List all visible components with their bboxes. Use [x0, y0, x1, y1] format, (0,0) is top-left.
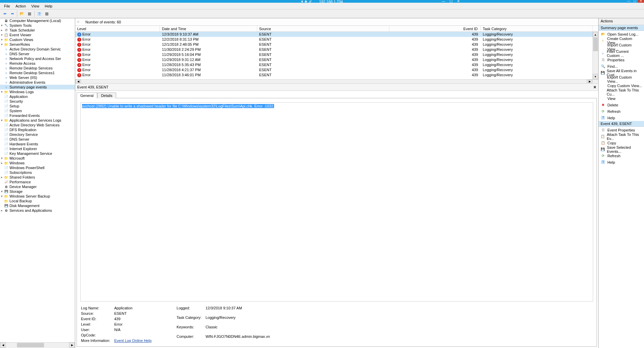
- tree-item[interactable]: Web Server (IIS): [0, 75, 75, 80]
- scroll-up-arrow-icon[interactable]: ▲: [593, 32, 598, 37]
- tree-toggle-icon[interactable]: ▾: [0, 43, 3, 46]
- tree-item[interactable]: Internet Explorer: [0, 146, 75, 151]
- tree-item[interactable]: Remote Desktop Services1: [0, 70, 75, 75]
- action-item[interactable]: Attach Task To This Cu...: [599, 89, 644, 95]
- tree-item[interactable]: Remote Access: [0, 61, 75, 66]
- panel-toggle-button[interactable]: ▥: [43, 11, 50, 17]
- tree-item[interactable]: Disk Management: [0, 203, 75, 208]
- action-item[interactable]: Filter Current Custom ...: [599, 50, 644, 57]
- event-row[interactable]: !Error11/30/2018 2:24:29 PMESENT439Loggi…: [75, 47, 598, 52]
- forward-button[interactable]: ➡: [9, 11, 16, 17]
- tree-toggle-icon[interactable]: ▸: [0, 161, 3, 165]
- scroll-right-arrow-icon[interactable]: ▶: [69, 343, 75, 348]
- tree-item[interactable]: Summary page events: [0, 85, 75, 89]
- tree-item[interactable]: Computer Management (Local): [0, 18, 75, 23]
- grid-header[interactable]: Level Date and Time Source Event ID Task…: [75, 26, 598, 32]
- tree-toggle-icon[interactable]: ▾: [0, 38, 3, 41]
- navigation-tree[interactable]: Computer Management (Local)▾System Tools…: [0, 18, 75, 342]
- tree-hscrollbar[interactable]: ◀ ▶: [0, 342, 75, 348]
- back-button[interactable]: ⬅: [1, 11, 8, 17]
- action-item[interactable]: Export Custom View...: [599, 76, 644, 82]
- detail-close-button[interactable]: ×: [594, 84, 596, 90]
- event-row[interactable]: iError12/3/2018 9:10:37 AMESENT439Loggin…: [75, 32, 598, 37]
- tree-item[interactable]: Hardware Events: [0, 142, 75, 146]
- tree-item[interactable]: Application: [0, 94, 75, 99]
- action-item[interactable]: Delete: [599, 102, 644, 108]
- action-item[interactable]: Help: [599, 159, 644, 165]
- event-row[interactable]: !Error12/1/2018 2:48:05 PMESENT439Loggin…: [75, 42, 598, 47]
- tree-item[interactable]: Device Manager: [0, 184, 75, 189]
- up-button[interactable]: 📂: [19, 11, 25, 17]
- event-row[interactable]: !Error11/29/2018 5:16:04 PMESENT439Loggi…: [75, 52, 598, 57]
- action-item[interactable]: View: [599, 95, 644, 102]
- tree-item[interactable]: Active Directory Domain Servic: [0, 47, 75, 52]
- tree-item[interactable]: ▸Task Scheduler: [0, 28, 75, 33]
- detail-message-box[interactable]: svchost (2892) Unable to write a shadowe…: [80, 102, 593, 302]
- tree-toggle-icon[interactable]: ▾: [0, 90, 3, 94]
- tree-item[interactable]: Active Directory Web Services: [0, 123, 75, 127]
- scroll-left-arrow-icon[interactable]: ◀: [75, 80, 81, 83]
- outer-minimize-button[interactable]: —: [626, 0, 632, 3]
- scroll-down-arrow-icon[interactable]: ▼: [593, 74, 598, 79]
- tree-item[interactable]: ▾Windows Logs: [0, 89, 75, 94]
- event-row[interactable]: !Error11/29/2018 9:31:12 AMESENT439Loggi…: [75, 57, 598, 62]
- tree-item[interactable]: DNS Server: [0, 137, 75, 142]
- tree-item[interactable]: Directory Service: [0, 132, 75, 137]
- menu-file[interactable]: File: [1, 3, 13, 9]
- action-item[interactable]: Refresh: [599, 108, 644, 115]
- tree-item[interactable]: ▾Applications and Services Logs: [0, 118, 75, 123]
- col-level[interactable]: Level: [75, 26, 160, 32]
- grid-hscrollbar[interactable]: ◀ ▶: [75, 79, 598, 83]
- menu-help[interactable]: Help: [42, 3, 55, 9]
- tree-toggle-icon[interactable]: ▾: [0, 33, 3, 37]
- tree-item[interactable]: Remote Desktop Services: [0, 66, 75, 70]
- tree-item[interactable]: ▾Custom Views: [0, 37, 75, 42]
- tree-toggle-icon[interactable]: ▾: [0, 24, 3, 27]
- inner-maximize-button[interactable]: ☐: [448, 0, 454, 3]
- tree-toggle-icon[interactable]: ▸: [0, 209, 3, 212]
- tree-item[interactable]: ▸Windows: [0, 161, 75, 165]
- outer-close-button[interactable]: ✕: [638, 0, 644, 3]
- tree-item[interactable]: ▾Microsoft: [0, 156, 75, 161]
- tree-toggle-icon[interactable]: ▸: [0, 176, 3, 179]
- event-row[interactable]: !Error11/28/2018 5:35:43 PMESENT439Loggi…: [75, 62, 598, 67]
- grid-body[interactable]: iError12/3/2018 9:10:37 AMESENT439Loggin…: [75, 32, 598, 79]
- outer-maximize-button[interactable]: ☐: [632, 0, 638, 3]
- tree-item[interactable]: Windows PowerShell: [0, 165, 75, 170]
- tree-item[interactable]: System: [0, 108, 75, 113]
- tree-item[interactable]: ▾System Tools: [0, 23, 75, 28]
- tree-item[interactable]: Performance: [0, 180, 75, 184]
- event-row[interactable]: !Error11/28/2018 3:46:01 PMESENT439Loggi…: [75, 73, 598, 78]
- tree-item[interactable]: ▾ServerRoles: [0, 42, 75, 47]
- action-item[interactable]: Save Selected Events...: [599, 146, 644, 152]
- scroll-left-arrow-icon[interactable]: ◀: [0, 343, 6, 348]
- tree-item[interactable]: Subscriptions: [0, 170, 75, 175]
- action-item[interactable]: Properties: [599, 57, 644, 63]
- inner-minimize-button[interactable]: —: [441, 0, 446, 3]
- tree-toggle-icon[interactable]: ▸: [0, 28, 3, 32]
- tree-item[interactable]: ▾Storage: [0, 189, 75, 194]
- tree-item[interactable]: Local Backup: [0, 199, 75, 203]
- menu-view[interactable]: View: [28, 3, 42, 9]
- col-event-id[interactable]: Event ID: [389, 26, 481, 32]
- action-item[interactable]: Attach Task To This Ev...: [599, 133, 644, 140]
- tree-item[interactable]: DNS Server: [0, 52, 75, 56]
- event-row[interactable]: !Error11/28/2018 4:21:37 PMESENT439Loggi…: [75, 67, 598, 73]
- grid-vscrollbar[interactable]: ▲ ▼: [593, 32, 598, 79]
- menu-action[interactable]: Action: [13, 3, 29, 9]
- event-row[interactable]: !Error12/2/2018 8:31:13 PMESENT439Loggin…: [75, 37, 598, 42]
- tree-toggle-icon[interactable]: ▾: [0, 119, 3, 122]
- tree-item[interactable]: ▾Event Viewer: [0, 33, 75, 37]
- show-hide-tree-button[interactable]: ▥: [26, 11, 33, 17]
- scroll-right-arrow-icon[interactable]: ▶: [587, 80, 593, 83]
- tree-item[interactable]: Setup: [0, 104, 75, 108]
- col-source[interactable]: Source: [257, 26, 389, 32]
- tree-item[interactable]: Key Management Service: [0, 151, 75, 156]
- tree-item[interactable]: Forwarded Events: [0, 113, 75, 118]
- tree-item[interactable]: ▸Shared Folders: [0, 175, 75, 180]
- inner-close-button[interactable]: ✕: [456, 0, 461, 3]
- tree-item[interactable]: ▸Services and Applications: [0, 208, 75, 213]
- tab-general[interactable]: General: [77, 93, 97, 98]
- scroll-thumb[interactable]: [17, 343, 44, 347]
- event-log-help-link[interactable]: Event Log Online Help: [114, 339, 151, 343]
